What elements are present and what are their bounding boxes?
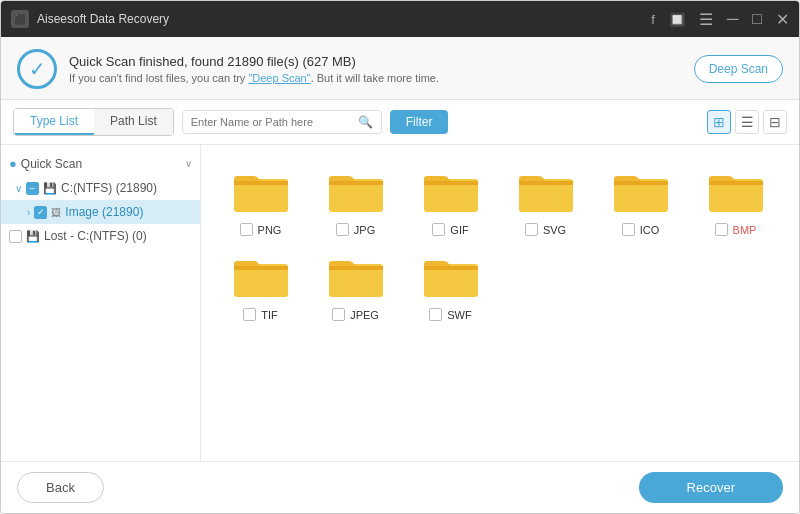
file-item-label: GIF <box>450 224 468 236</box>
lost-hdd-icon: 💾 <box>26 230 40 243</box>
folder-icon <box>517 167 575 215</box>
file-item-label: SVG <box>543 224 566 236</box>
quickscan-label: Quick Scan <box>21 157 82 171</box>
file-item-label: TIF <box>261 309 278 321</box>
file-item-checkbox[interactable] <box>429 308 442 321</box>
deep-scan-button[interactable]: Deep Scan <box>694 55 783 83</box>
file-item-bottom: SVG <box>525 223 566 236</box>
file-item-checkbox[interactable] <box>336 223 349 236</box>
file-item-label: PNG <box>258 224 282 236</box>
file-item[interactable]: GIF <box>403 157 498 242</box>
file-item-bottom: GIF <box>432 223 468 236</box>
hint-prefix: If you can't find lost files, you can tr… <box>69 72 248 84</box>
file-item-checkbox[interactable] <box>525 223 538 236</box>
minimize-icon[interactable]: ─ <box>727 10 738 28</box>
quickscan-arrow-icon: ∨ <box>185 158 192 169</box>
grid-view-button[interactable]: ⊞ <box>707 110 731 134</box>
scan-status-text: Quick Scan finished, found 21890 file(s)… <box>69 54 439 69</box>
folder-icon <box>327 252 385 300</box>
file-item-checkbox[interactable] <box>432 223 445 236</box>
lost-label: Lost - C:(NTFS) (0) <box>44 229 147 243</box>
image-label: Image (21890) <box>65 205 143 219</box>
file-item[interactable]: JPEG <box>308 242 403 327</box>
recover-button[interactable]: Recover <box>639 472 783 503</box>
view-toggle: ⊞ ☰ ⊟ <box>707 110 787 134</box>
sidebar-item-quickscan[interactable]: ● Quick Scan ∨ <box>1 151 200 176</box>
file-item-bottom: ICO <box>622 223 660 236</box>
file-item-checkbox[interactable] <box>240 223 253 236</box>
file-item-label: BMP <box>733 224 757 236</box>
app-icon: ⬛ <box>11 10 29 28</box>
status-check-icon: ✓ <box>17 49 57 89</box>
file-item[interactable]: BMP <box>688 157 783 242</box>
filter-button[interactable]: Filter <box>390 110 449 134</box>
file-item[interactable]: ICO <box>593 157 688 242</box>
header-left: ✓ Quick Scan finished, found 21890 file(… <box>17 49 439 89</box>
sidebar-item-lost[interactable]: 💾 Lost - C:(NTFS) (0) <box>1 224 200 248</box>
file-item-bottom: TIF <box>243 308 278 321</box>
file-item-label: ICO <box>640 224 660 236</box>
file-item[interactable]: PNG <box>213 157 308 242</box>
svg-rect-1 <box>234 181 288 185</box>
file-item-label: JPG <box>354 224 375 236</box>
file-item[interactable]: TIF <box>213 242 308 327</box>
back-button[interactable]: Back <box>17 472 104 503</box>
social-icon[interactable]: 🔲 <box>669 12 685 27</box>
sidebar-item-image[interactable]: › 🖼 Image (21890) <box>1 200 200 224</box>
search-icon[interactable]: 🔍 <box>358 115 373 129</box>
svg-rect-5 <box>424 181 478 185</box>
file-item-label: SWF <box>447 309 471 321</box>
file-item[interactable]: JPG <box>308 157 403 242</box>
folder-icon <box>422 252 480 300</box>
quickscan-check-icon: ● <box>9 156 17 171</box>
file-item-bottom: PNG <box>240 223 282 236</box>
folder-icon <box>232 252 290 300</box>
svg-rect-3 <box>329 181 383 185</box>
folder-icon <box>707 167 765 215</box>
svg-rect-9 <box>614 181 668 185</box>
menu-icon[interactable]: ☰ <box>699 10 713 29</box>
svg-rect-15 <box>329 266 383 270</box>
folder-icon <box>422 167 480 215</box>
sidebar-item-drive[interactable]: ∨ 💾 C:(NTFS) (21890) <box>1 176 200 200</box>
folder-icon <box>612 167 670 215</box>
tab-path-list[interactable]: Path List <box>94 109 173 135</box>
maximize-icon[interactable]: □ <box>752 10 762 28</box>
file-item-checkbox[interactable] <box>332 308 345 321</box>
file-item[interactable]: SVG <box>498 157 593 242</box>
file-item-checkbox[interactable] <box>715 223 728 236</box>
main-content: ● Quick Scan ∨ ∨ 💾 C:(NTFS) (21890) › 🖼 … <box>1 145 799 461</box>
close-icon[interactable]: ✕ <box>776 10 789 29</box>
image-folder-icon: 🖼 <box>51 207 61 218</box>
hint-suffix: . But it will take more time. <box>311 72 439 84</box>
folder-icon <box>327 167 385 215</box>
file-item-bottom: JPG <box>336 223 375 236</box>
drive-checkbox[interactable] <box>26 182 39 195</box>
search-input[interactable] <box>191 116 358 128</box>
image-checkbox[interactable] <box>34 206 47 219</box>
file-item-checkbox[interactable] <box>622 223 635 236</box>
sidebar: ● Quick Scan ∨ ∨ 💾 C:(NTFS) (21890) › 🖼 … <box>1 145 201 461</box>
deep-scan-link[interactable]: "Deep Scan" <box>248 72 310 84</box>
header-text: Quick Scan finished, found 21890 file(s)… <box>69 54 439 84</box>
list-view-button[interactable]: ☰ <box>735 110 759 134</box>
file-item-label: JPEG <box>350 309 379 321</box>
file-item[interactable]: SWF <box>403 242 498 327</box>
file-item-bottom: JPEG <box>332 308 379 321</box>
file-item-checkbox[interactable] <box>243 308 256 321</box>
file-item-bottom: SWF <box>429 308 471 321</box>
lost-checkbox[interactable] <box>9 230 22 243</box>
hdd-icon: 💾 <box>43 182 57 195</box>
app-window: ⬛ Aiseesoft Data Recovery f 🔲 ☰ ─ □ ✕ ✓ … <box>0 0 800 514</box>
footer: Back Recover <box>1 461 799 513</box>
titlebar: ⬛ Aiseesoft Data Recovery f 🔲 ☰ ─ □ ✕ <box>1 1 799 37</box>
file-grid: PNGJPGGIFSVGICOBMPTIFJPEGSWF <box>201 145 799 461</box>
detail-view-button[interactable]: ⊟ <box>763 110 787 134</box>
svg-rect-11 <box>709 181 763 185</box>
tab-type-list[interactable]: Type List <box>14 109 94 135</box>
scan-hint-text: If you can't find lost files, you can tr… <box>69 72 439 84</box>
facebook-icon[interactable]: f <box>651 12 655 27</box>
svg-rect-13 <box>234 266 288 270</box>
drive-label: C:(NTFS) (21890) <box>61 181 157 195</box>
tab-group: Type List Path List <box>13 108 174 136</box>
